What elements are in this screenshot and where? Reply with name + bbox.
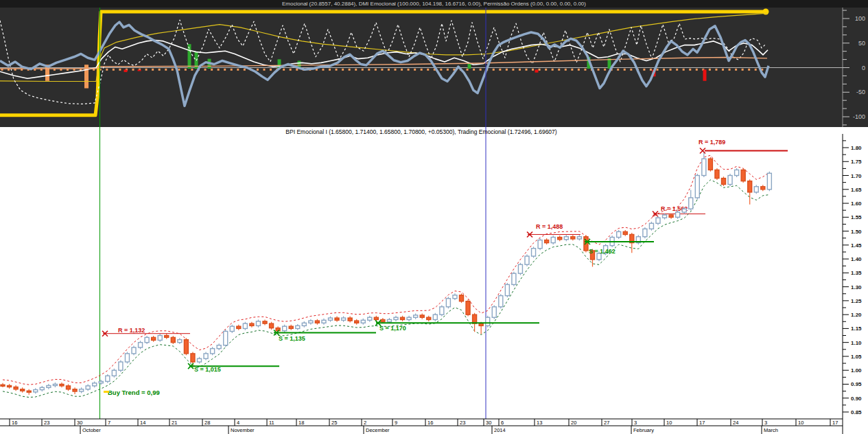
svg-text:10: 10	[798, 420, 804, 426]
svg-text:R = 1,488: R = 1,488	[536, 223, 563, 230]
svg-text:30: 30	[486, 420, 491, 426]
svg-text:1.75: 1.75	[851, 159, 862, 165]
svg-text:February: February	[633, 427, 654, 433]
svg-text:3: 3	[764, 420, 767, 426]
levels-over: R = 1,132S = 1,015S = 1,135S = 1,170R = …	[102, 139, 788, 373]
svg-text:S = 1,462: S = 1,462	[589, 248, 615, 255]
svg-text:0: 0	[862, 65, 865, 71]
svg-text:March: March	[764, 427, 778, 433]
price-plot[interactable]: R = 1,562R = 1,132S = 1,015S = 1,135S = …	[0, 127, 868, 434]
svg-text:1.50: 1.50	[851, 229, 862, 235]
svg-text:1.00: 1.00	[851, 367, 862, 374]
svg-text:1.70: 1.70	[851, 173, 862, 179]
svg-text:R = 1,789: R = 1,789	[699, 139, 725, 146]
resistance-1789: R = 1,789	[699, 139, 788, 153]
svg-text:1.55: 1.55	[851, 214, 862, 220]
svg-text:18: 18	[298, 420, 304, 426]
svg-text:30: 30	[77, 420, 82, 426]
svg-text:14: 14	[140, 420, 145, 426]
svg-text:0.95: 0.95	[851, 381, 862, 387]
indicator-panel: Emocional (20.8557, 40.2884), DMI Emocio…	[0, 0, 868, 127]
support-1462: S = 1,462	[585, 239, 654, 255]
indicator-plot[interactable]: 100500-50-100	[0, 8, 868, 127]
svg-text:20: 20	[571, 420, 576, 426]
price-y-axis: 1.801.751.701.651.601.551.501.451.401.35…	[843, 134, 862, 419]
svg-text:1.80: 1.80	[851, 145, 862, 151]
svg-text:2: 2	[364, 420, 366, 426]
svg-text:16: 16	[427, 420, 433, 426]
svg-text:1.30: 1.30	[851, 284, 862, 290]
svg-text:3: 3	[634, 420, 637, 426]
emocional-main-line	[0, 22, 769, 106]
svg-text:1.40: 1.40	[851, 256, 862, 262]
svg-text:-100: -100	[853, 113, 865, 120]
svg-text:0.85: 0.85	[851, 409, 862, 415]
svg-text:7: 7	[108, 420, 110, 426]
svg-text:S = 1,170: S = 1,170	[379, 325, 406, 332]
svg-text:21: 21	[172, 420, 177, 426]
trading-emocional-upper	[3, 155, 769, 385]
svg-text:24: 24	[733, 420, 738, 426]
indicator-y-axis: 100500-50-100	[843, 8, 865, 127]
support-1135: S = 1,135	[274, 330, 376, 342]
svg-text:27: 27	[604, 420, 609, 426]
svg-text:-50: -50	[856, 89, 865, 95]
svg-text:R = 1,132: R = 1,132	[118, 327, 145, 334]
svg-text:6: 6	[501, 420, 504, 426]
svg-text:1.60: 1.60	[851, 201, 862, 207]
svg-text:October: October	[82, 427, 101, 433]
price-title: BPI Emocional I (1.65800, 1.71400, 1.658…	[0, 128, 843, 136]
svg-text:11: 11	[269, 420, 274, 426]
svg-text:23: 23	[44, 420, 49, 426]
indicator-title: Emocional (20.8557, 40.2884), DMI Emocio…	[0, 0, 868, 8]
svg-text:S = 1,015: S = 1,015	[194, 366, 221, 373]
order-marker	[104, 391, 109, 393]
svg-text:10: 10	[666, 420, 672, 426]
svg-text:1.15: 1.15	[851, 326, 862, 332]
svg-text:9: 9	[395, 420, 397, 426]
price-panel: R = 1,562R = 1,132S = 1,015S = 1,135S = …	[0, 127, 868, 434]
svg-text:December: December	[366, 427, 390, 433]
resistance-1132: R = 1,132	[102, 327, 190, 336]
dmi-dashed-line	[0, 20, 766, 104]
svg-text:25: 25	[331, 420, 337, 426]
svg-text:100: 100	[855, 15, 865, 22]
support-1015: S = 1,015	[188, 363, 279, 373]
chart-window: Emocional (20.8557, 40.2884), DMI Emocio…	[0, 0, 868, 434]
svg-text:17: 17	[832, 420, 838, 426]
svg-text:2014: 2014	[494, 427, 506, 433]
svg-text:S = 1,135: S = 1,135	[279, 335, 305, 342]
svg-text:1.10: 1.10	[851, 340, 862, 346]
svg-text:4: 4	[237, 420, 239, 426]
svg-text:1.65: 1.65	[851, 187, 862, 193]
svg-text:23: 23	[460, 420, 465, 426]
svg-text:November: November	[231, 427, 255, 433]
sell-signal-bars	[124, 69, 707, 80]
candles	[1, 152, 771, 395]
orders-dot-row	[1, 69, 764, 71]
svg-text:1.25: 1.25	[851, 298, 862, 304]
buy-trend-label: Buy Trend = 0,99	[108, 389, 160, 396]
support-1170: S = 1,170	[375, 320, 539, 332]
svg-text:50: 50	[858, 40, 865, 47]
svg-text:13: 13	[537, 420, 542, 426]
svg-text:17: 17	[699, 420, 705, 426]
svg-text:1.20: 1.20	[851, 312, 862, 318]
svg-text:16: 16	[12, 420, 17, 426]
date-axis: 1623307142128411182529162330613202731017…	[0, 419, 843, 434]
svg-text:28: 28	[204, 420, 210, 426]
svg-text:1.05: 1.05	[851, 354, 862, 360]
svg-text:1.45: 1.45	[851, 242, 862, 249]
svg-text:0.90: 0.90	[851, 396, 862, 402]
svg-text:1.35: 1.35	[851, 270, 862, 276]
